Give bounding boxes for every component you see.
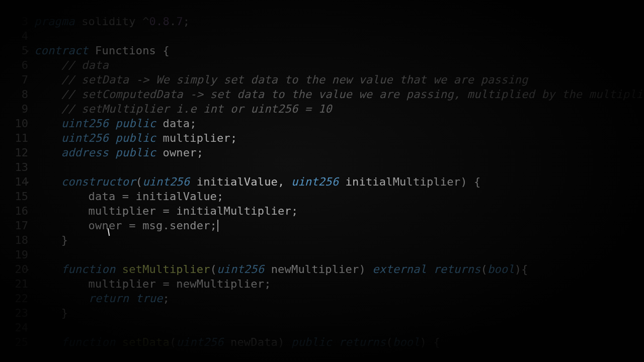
token-type: uint256 (217, 263, 264, 276)
token-mod: public (115, 146, 156, 159)
code-line[interactable]: pragma solidity ^0.8.7; (34, 14, 644, 29)
token-punc: } (61, 307, 68, 319)
token-op (34, 59, 61, 71)
code-line[interactable]: // setComputedData -> set data to the va… (34, 87, 644, 102)
token-kw: contract (34, 44, 89, 57)
token-op (129, 292, 135, 305)
token-type: bool (393, 336, 420, 348)
fold-marker-icon[interactable]: ▾ (26, 43, 29, 58)
token-punc: ; (264, 278, 271, 290)
code-line[interactable]: uint256 public multiplier; (34, 131, 644, 145)
token-op (224, 336, 230, 348)
token-kw: returns (433, 263, 480, 276)
line-number: 19 (0, 247, 28, 262)
code-line[interactable] (34, 29, 644, 43)
token-op (467, 175, 474, 188)
token-punc: ( (136, 175, 142, 188)
token-ident: sender (170, 219, 210, 232)
token-op: = (122, 219, 142, 232)
line-number: 9 (0, 102, 28, 116)
fold-marker-icon[interactable]: ▾ (26, 174, 29, 189)
token-punc: ; (210, 219, 217, 232)
token-op (34, 132, 61, 144)
code-line[interactable]: // setData -> We simply set data to the … (34, 72, 644, 87)
token-kw: true (136, 292, 163, 305)
token-op (339, 175, 345, 188)
line-number: 5▾ (0, 43, 28, 58)
code-line[interactable]: address public owner; (34, 145, 644, 160)
token-fn: setMultiplier (122, 263, 210, 276)
code-line[interactable]: } (34, 306, 644, 320)
token-op (34, 117, 61, 130)
token-op: ^ (136, 15, 149, 28)
line-number: 17 (0, 218, 28, 233)
token-op (427, 263, 433, 276)
line-number-gutter: 345▾67891011121314▾151617181920▾21222324… (0, 14, 34, 362)
token-punc: } (61, 234, 68, 246)
code-line[interactable]: uint256 public data; (34, 116, 644, 131)
token-type: uint256 (291, 175, 339, 188)
token-punc: ; (183, 15, 190, 28)
token-ident: newMultiplier (271, 263, 359, 276)
code-line[interactable] (34, 247, 644, 262)
token-ident: msg (142, 219, 163, 232)
token-punc: ) (278, 336, 284, 348)
token-op (285, 175, 291, 188)
token-op: . (163, 219, 169, 232)
token-ident: owner (163, 146, 196, 159)
token-op (332, 336, 339, 348)
code-line[interactable]: // setMultiplier i.e int or uint256 = 10 (34, 102, 644, 116)
code-line[interactable]: // data (34, 58, 644, 72)
token-op (34, 73, 61, 86)
code-line[interactable]: return true; (34, 291, 644, 306)
token-kw: constructor (61, 175, 136, 188)
token-punc: { (163, 44, 169, 57)
token-op (34, 336, 61, 348)
token-ident: multiplier (89, 278, 156, 290)
token-punc: ; (230, 132, 237, 144)
token-op (34, 292, 89, 305)
line-number: 18 (0, 233, 28, 247)
token-kw: pragma (34, 15, 75, 28)
fold-marker-icon[interactable]: ▾ (26, 262, 29, 277)
code-line[interactable]: constructor(uint256 initialValue, uint25… (34, 174, 644, 189)
line-number: 15 (0, 189, 28, 204)
code-line[interactable] (34, 320, 644, 335)
code-line[interactable]: owner = msg.sender; (34, 218, 644, 233)
token-ident: solidity (82, 15, 136, 28)
token-ident: data (163, 117, 190, 130)
token-ident: newMultiplier (176, 278, 264, 290)
token-punc: , (278, 175, 284, 188)
token-type: uint256 (61, 132, 109, 144)
token-comment: // setComputedData -> set data to the va… (61, 88, 644, 101)
line-number: 11 (0, 131, 28, 145)
token-punc: ; (197, 146, 203, 159)
code-line[interactable]: function setMultiplier(uint256 newMultip… (34, 262, 644, 277)
code-line[interactable]: multiplier = newMultiplier; (34, 277, 644, 291)
token-op (366, 263, 372, 276)
token-punc: ( (170, 336, 176, 348)
token-op (34, 175, 61, 188)
code-line[interactable]: function setData(uint256 newData) public… (34, 335, 644, 349)
token-punc: ) (515, 263, 521, 276)
token-op (109, 132, 115, 144)
code-editor[interactable]: 345▾67891011121314▾151617181920▾21222324… (0, 0, 644, 362)
code-line[interactable] (34, 160, 644, 174)
code-line[interactable]: contract Functions { (34, 43, 644, 58)
code-area[interactable]: pragma solidity ^0.8.7;contract Function… (34, 14, 644, 362)
code-line[interactable]: multiplier = initialMultiplier; (34, 204, 644, 218)
token-op (89, 44, 95, 57)
token-comment: // setData -> We simply set data to the … (61, 73, 528, 86)
line-number: 21 (0, 277, 28, 291)
token-kw: returns (339, 336, 386, 348)
code-line[interactable]: } (34, 233, 644, 247)
token-comment: // setMultiplier i.e int or uint256 = 10 (61, 103, 332, 115)
line-number: 25 (0, 335, 28, 349)
token-ident: initialMultiplier (176, 205, 291, 217)
token-op (264, 263, 271, 276)
line-number: 14▾ (0, 174, 28, 189)
line-number: 20▾ (0, 262, 28, 277)
line-number: 4 (0, 29, 28, 43)
code-line[interactable]: data = initialValue; (34, 189, 644, 204)
token-comment: // data (61, 59, 109, 71)
